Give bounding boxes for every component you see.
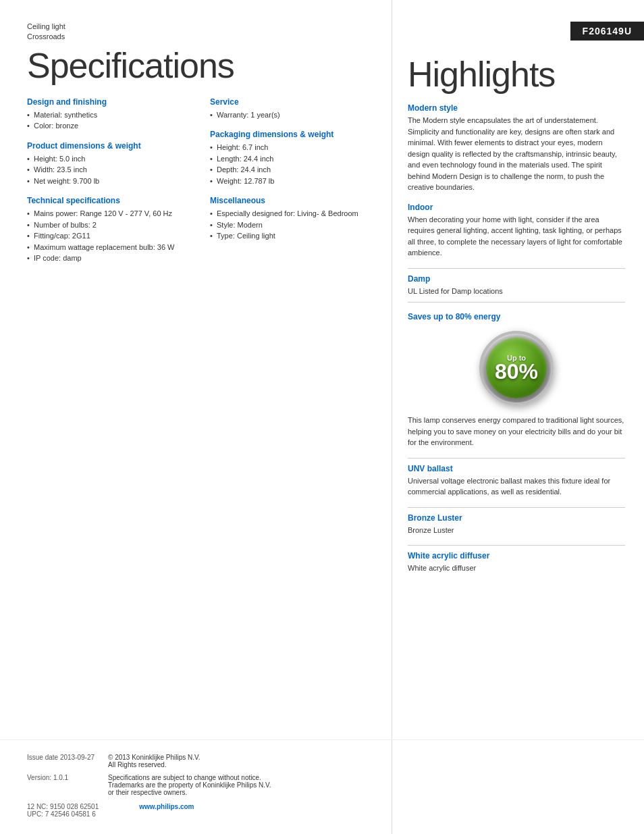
energy-text: This lamp conserves energy compared to t… <box>408 415 625 448</box>
design-item: Material: synthetics <box>27 109 190 121</box>
damp-section: Damp UL Listed for Damp locations <box>408 268 625 303</box>
product-type-text: Ceiling light <box>27 22 65 30</box>
indoor-title: Indoor <box>408 203 625 212</box>
design-section: Design and finishing Material: synthetic… <box>27 97 190 132</box>
diffuser-title: White acrylic diffuser <box>408 551 625 561</box>
damp-text: UL Listed for Damp locations <box>408 286 625 297</box>
modern-style-title: Modern style <box>408 103 625 113</box>
misc-item: Style: Modern <box>210 219 373 231</box>
nc-upc-block: 12 NC: 9150 028 62501 UPC: 7 42546 04581… <box>27 803 99 818</box>
bronze-text: Bronze Luster <box>408 525 625 536</box>
service-title: Service <box>210 97 373 107</box>
packaging-item: Weight: 12.787 lb <box>210 176 373 187</box>
tech-item: Maximum wattage replacement bulb: 36 W <box>27 242 190 253</box>
energy-section: Saves up to 80% energy Up to 80% This la… <box>408 312 625 448</box>
misc-item: Type: Ceiling light <box>210 230 373 242</box>
product-type: Ceiling light Crossroads <box>27 22 373 43</box>
website-link[interactable]: www.philips.com <box>139 803 194 810</box>
issue-label: Issue date 2013-09-27 <box>27 754 108 768</box>
footer-codes: 12 NC: 9150 028 62501 UPC: 7 42546 04581… <box>27 803 617 818</box>
specs-right-col: Service Warranty: 1 year(s) Packaging di… <box>203 97 373 273</box>
tech-item: Mains power: Range 120 V - 277 V, 60 Hz <box>27 208 190 219</box>
technical-section: Technical specifications Mains power: Ra… <box>27 196 190 264</box>
bronze-luster-section: Bronze Luster Bronze Luster <box>408 507 625 536</box>
unv-ballast-section: UNV ballast Universal voltage electronic… <box>408 458 625 498</box>
bronze-title: Bronze Luster <box>408 513 625 523</box>
nc-label: 12 NC: 9150 028 62501 <box>27 803 99 810</box>
energy-title: Saves up to 80% energy <box>408 312 625 321</box>
product-code-bar: F206149U <box>570 22 644 41</box>
diffuser-divider <box>408 545 625 546</box>
packaging-item: Length: 24.4 inch <box>210 153 373 165</box>
tech-item: Number of bulbs: 2 <box>27 219 190 231</box>
miscellaneous-section: Miscellaneous Especially designed for: L… <box>210 196 373 242</box>
issue-value: © 2013 Koninklijke Philips N.V.All Right… <box>108 754 617 768</box>
product-code: F206149U <box>583 26 632 36</box>
technical-list: Mains power: Range 120 V - 277 V, 60 Hz … <box>27 208 190 264</box>
product-dimensions-list: Height: 5.0 inch Width: 23.5 inch Net we… <box>27 153 190 187</box>
unv-text: Universal voltage electronic ballast mak… <box>408 475 625 498</box>
design-item: Color: bronze <box>27 120 190 132</box>
packaging-title: Packaging dimensions & weight <box>210 130 373 139</box>
misc-item: Especially designed for: Living- & Bedro… <box>210 208 373 219</box>
unv-title: UNV ballast <box>408 464 625 473</box>
specifications-column: Ceiling light Crossroads Specifications … <box>0 0 392 301</box>
energy-percent: 80% <box>495 361 538 382</box>
footer-grid: Issue date 2013-09-27 © 2013 Koninklijke… <box>27 754 617 796</box>
energy-divider <box>408 302 625 303</box>
miscellaneous-list: Especially designed for: Living- & Bedro… <box>210 208 373 242</box>
tech-item: Fitting/cap: 2G11 <box>27 230 190 242</box>
packaging-item: Depth: 24.4 inch <box>210 164 373 176</box>
unv-divider <box>408 458 625 459</box>
product-dim-item: Net weight: 9.700 lb <box>27 176 190 187</box>
damp-title: Damp <box>408 274 625 284</box>
product-dim-item: Height: 5.0 inch <box>27 153 190 165</box>
service-list: Warranty: 1 year(s) <box>210 109 373 121</box>
version-value: Specifications are subject to change wit… <box>108 774 617 796</box>
product-dim-item: Width: 23.5 inch <box>27 164 190 176</box>
specs-title: Specifications <box>27 47 373 85</box>
product-dimensions-section: Product dimensions & weight Height: 5.0 … <box>27 141 190 187</box>
website-block: www.philips.com <box>139 803 194 818</box>
bronze-divider <box>408 507 625 508</box>
highlights-column: F206149U Highlights Modern style The Mod… <box>392 0 644 610</box>
version-label: Version: 1.0.1 <box>27 774 108 796</box>
modern-style-section: Modern style The Modern style encapsulat… <box>408 103 625 193</box>
energy-badge: Up to 80% <box>479 331 554 405</box>
damp-divider <box>408 268 625 269</box>
design-title: Design and finishing <box>27 97 190 107</box>
website: www.philips.com <box>139 803 194 810</box>
footer: Issue date 2013-09-27 © 2013 Koninklijke… <box>0 739 644 834</box>
white-diffuser-section: White acrylic diffuser White acrylic dif… <box>408 545 625 574</box>
specs-left-col: Design and finishing Material: synthetic… <box>27 97 203 273</box>
service-item: Warranty: 1 year(s) <box>210 109 373 121</box>
highlights-title: Highlights <box>408 55 625 94</box>
energy-badge-inner: Up to 80% <box>486 338 547 398</box>
packaging-list: Height: 6.7 inch Length: 24.4 inch Depth… <box>210 142 373 186</box>
technical-title: Technical specifications <box>27 196 190 205</box>
indoor-text: When decorating your home with light, co… <box>408 214 625 259</box>
design-list: Material: synthetics Color: bronze <box>27 109 190 132</box>
diffuser-text: White acrylic diffuser <box>408 563 625 574</box>
modern-style-text: The Modern style encapsulates the art of… <box>408 115 625 193</box>
service-section: Service Warranty: 1 year(s) <box>210 97 373 121</box>
upc-label: UPC: 7 42546 04581 6 <box>27 810 99 818</box>
tech-item: IP code: damp <box>27 253 190 264</box>
indoor-section: Indoor When decorating your home with li… <box>408 203 625 259</box>
miscellaneous-title: Miscellaneous <box>210 196 373 205</box>
product-dimensions-title: Product dimensions & weight <box>27 141 190 151</box>
packaging-section: Packaging dimensions & weight Height: 6.… <box>210 130 373 186</box>
packaging-item: Height: 6.7 inch <box>210 142 373 153</box>
energy-badge-container: Up to 80% <box>408 331 625 405</box>
product-model-text: Crossroads <box>27 32 65 41</box>
